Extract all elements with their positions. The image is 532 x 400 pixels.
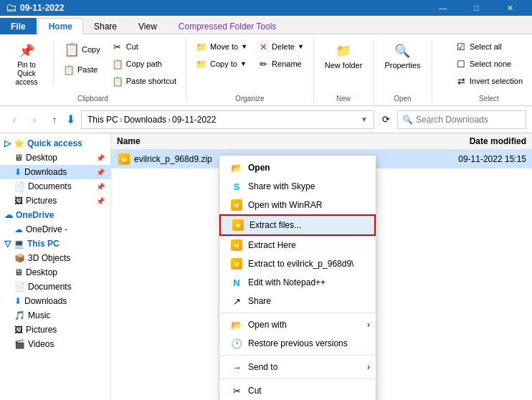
copy-path-button[interactable]: 📋 Copy path (108, 56, 180, 72)
sidebar-item-pictures[interactable]: 🖼 Pictures 📌 (0, 194, 110, 208)
cut-label: Cut (126, 42, 138, 51)
paste-button[interactable]: 📋 Paste (60, 62, 104, 77)
ctx-cut-icon: ✂ (231, 385, 242, 396)
address-path[interactable]: This PC › Downloads › 09-11-2022 ▼ (81, 110, 374, 129)
sidebar-item-onedrive-sub[interactable]: ☁ OneDrive - (0, 222, 110, 237)
onedrive-label: OneDrive (16, 210, 54, 220)
quick-access-label: Quick access (27, 138, 82, 148)
sidebar-item-pictures2[interactable]: 🖼 Pictures (0, 323, 110, 337)
select-none-button[interactable]: ☐ Select none (452, 56, 526, 72)
ctx-sep3 (219, 378, 376, 379)
tab-home[interactable]: Home (38, 18, 83, 34)
path-chevron: ▼ (361, 115, 368, 123)
search-box[interactable]: 🔍 (397, 110, 526, 129)
sidebar-item-desktop[interactable]: 🖥 Desktop 📌 (0, 151, 110, 165)
download-nav-icon: ⬇ (66, 113, 75, 126)
videos-label: Videos (28, 339, 54, 349)
sidebar-item-desktop2[interactable]: 🖥 Desktop (0, 265, 110, 280)
organize-col1: 📁 Move to ▼ 📁 Copy to ▼ (192, 39, 251, 72)
maximize-button[interactable]: □ (460, 0, 493, 16)
minimize-button[interactable]: — (427, 0, 459, 16)
onedrive-sub-label: OneDrive - (26, 224, 67, 234)
properties-icon: 🔍 (394, 42, 411, 59)
select-all-icon: ☑ (455, 41, 467, 52)
up-button[interactable]: ↑ (46, 111, 63, 128)
sidebar-item-this-pc[interactable]: ▽ 💻 This PC (0, 237, 110, 251)
file-date: 09-11-2022 15:15 (412, 154, 526, 164)
paste-shortcut-button[interactable]: 📋 Paste shortcut (108, 73, 180, 89)
sidebar-item-onedrive[interactable]: ☁ OneDrive (0, 208, 110, 222)
col-date: Date modified (412, 136, 526, 146)
invert-selection-button[interactable]: ⇄ Invert selection (452, 73, 526, 89)
star-icon: ⭐ (14, 138, 24, 148)
ctx-restore[interactable]: 🕐 Restore previous versions (219, 334, 376, 353)
properties-button[interactable]: 🔍 Properties (379, 39, 425, 73)
invert-selection-icon: ⇄ (455, 75, 467, 87)
ribbon-items-select: ☑ Select all ☐ Select none ⇄ Invert sele… (452, 37, 526, 92)
ribbon-group-organize: 📁 Move to ▼ 📁 Copy to ▼ ✕ Delete ▼ ✏ (186, 37, 314, 103)
copy-button[interactable]: 📋 Copy (60, 39, 104, 60)
tab-file[interactable]: File (0, 18, 37, 34)
sidebar-item-videos[interactable]: 🎬 Videos (0, 337, 110, 351)
search-input[interactable] (416, 115, 521, 125)
ctx-skype-label: Share with Skype (248, 181, 315, 191)
videos-icon: 🎬 (14, 339, 25, 349)
ctx-extract-to-label: Extract to evilrick_p_968d9\ (248, 259, 353, 269)
ctx-extract-to[interactable]: W Extract to evilrick_p_968d9\ (219, 254, 376, 273)
ctx-notepad-label: Edit with Notepad++ (248, 277, 326, 287)
forward-button[interactable]: › (26, 111, 43, 128)
back-button[interactable]: ‹ (6, 111, 23, 128)
ctx-restore-icon: 🕐 (231, 338, 242, 349)
close-button[interactable]: ✕ (494, 0, 526, 16)
title-bar: 🗂 09-11-2022 — □ ✕ (0, 0, 532, 16)
documents2-label: Documents (28, 282, 72, 292)
sidebar-item-documents2[interactable]: 📄 Documents (0, 280, 110, 294)
clipboard-label: Clipboard (77, 92, 108, 103)
sidebar-item-quick-access[interactable]: ▷ ⭐ Quick access (0, 136, 110, 151)
ctx-open-winrar[interactable]: W Open with WinRAR (219, 196, 376, 214)
ribbon-items-open: 🔍 Properties (379, 37, 425, 92)
sidebar-item-downloads[interactable]: ⬇ Downloads 📌 (0, 165, 110, 179)
cut-button[interactable]: ✂ Cut (108, 39, 180, 54)
this-pc-label: This PC (27, 239, 60, 249)
paste-label: Paste (77, 65, 98, 74)
ctx-share[interactable]: ↗ Share (219, 292, 376, 310)
refresh-button[interactable]: ⟳ (377, 111, 394, 128)
organize-col2: ✕ Delete ▼ ✏ Rename (254, 39, 308, 72)
move-to-button[interactable]: 📁 Move to ▼ (192, 39, 251, 54)
select-all-button[interactable]: ☑ Select all (452, 39, 526, 54)
pin-icon: 📌 (18, 42, 35, 59)
sidebar-item-documents[interactable]: 📄 Documents 📌 (0, 179, 110, 194)
ctx-send-to[interactable]: → Send to (219, 358, 376, 376)
ctx-notepad[interactable]: N Edit with Notepad++ (219, 273, 376, 292)
ctx-skype-icon: S (231, 181, 242, 192)
tab-view[interactable]: View (128, 18, 168, 34)
copy-to-button[interactable]: 📁 Copy to ▼ (192, 56, 251, 72)
new-folder-icon: 📁 (335, 42, 352, 59)
ctx-send-to-label: Send to (248, 362, 277, 372)
zip-icon: W (117, 152, 131, 166)
pin-icon-pictures: 📌 (96, 197, 105, 205)
ctx-open-with[interactable]: 📂 Open with (219, 315, 376, 334)
ctx-share-skype[interactable]: S Share with Skype (219, 177, 376, 196)
desktop-label: Desktop (26, 153, 57, 163)
copy-icon: 📋 (63, 41, 80, 58)
sidebar-item-music[interactable]: 🎵 Music (0, 308, 110, 323)
sidebar-item-downloads2[interactable]: ⬇ Downloads (0, 294, 110, 308)
ctx-winrar-label: Open with WinRAR (248, 200, 322, 210)
sidebar-item-3d-objects[interactable]: 📦 3D Objects (0, 251, 110, 265)
delete-button[interactable]: ✕ Delete ▼ (254, 39, 308, 54)
ctx-open[interactable]: 📂 Open (219, 158, 376, 177)
ctx-cut[interactable]: ✂ Cut (219, 381, 376, 400)
tab-compressed[interactable]: Compressed Folder Tools (168, 18, 288, 34)
ctx-notepad-icon: N (231, 277, 242, 288)
new-folder-button[interactable]: 📁 New folder (320, 39, 368, 73)
tab-share[interactable]: Share (83, 18, 128, 34)
pictures-icon: 🖼 (14, 196, 23, 206)
pin-quick-access-button[interactable]: 📌 Pin to Quick access (6, 39, 47, 90)
rename-button[interactable]: ✏ Rename (254, 56, 308, 72)
ctx-extract-here[interactable]: W Extract Here (219, 236, 376, 254)
ctx-send-to-icon: → (231, 361, 242, 373)
ctx-extract-files[interactable]: W Extract files... (219, 214, 376, 236)
file-header: Name Date modified (111, 133, 532, 150)
